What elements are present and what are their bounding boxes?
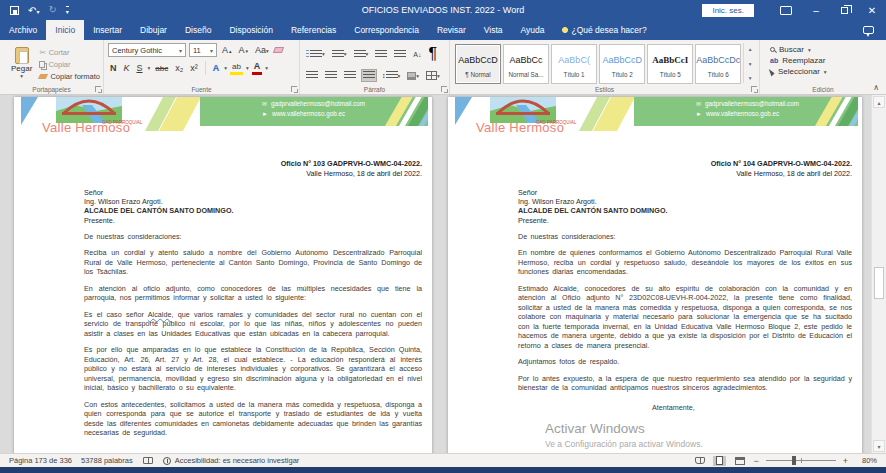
addressee-line[interactable]: ALCALDE DEL CANTÓN SANTO DOMINGO. — [84, 206, 432, 215]
zoom-in-button[interactable]: + — [843, 456, 848, 466]
oficio-heading[interactable]: Oficio N° 104 GADPRVH-O-WMC-04-2022. Val… — [448, 159, 862, 178]
proofing-icon[interactable] — [143, 457, 153, 464]
customize-qat-icon[interactable]: ▾ — [66, 6, 69, 15]
scrollbar-thumb[interactable] — [874, 267, 884, 299]
align-center-button[interactable] — [323, 69, 339, 82]
superscript-button[interactable]: x² — [188, 62, 200, 74]
gallery-more-icon[interactable]: ▾ — [749, 75, 752, 81]
paragraph-text[interactable]: Es el caso señor — [84, 310, 148, 319]
document-page-2[interactable]: Valle Hermoso GAD PARROQUIAL ✉gadprvalle… — [448, 97, 862, 453]
style-titulo-6[interactable]: AaBbCcDcTítulo 6 — [695, 44, 741, 84]
close-button[interactable]: ✕ — [858, 0, 886, 20]
zoom-slider[interactable] — [766, 460, 836, 461]
logo[interactable]: Valle Hermoso GAD PARROQUIAL — [42, 97, 152, 137]
dialog-launcher-icon[interactable] — [291, 86, 297, 92]
tab-archivo[interactable]: Archivo — [0, 20, 46, 40]
addressee-block[interactable]: Señor Ing. Wilson Erazo Argoti. ALCALDE … — [448, 188, 862, 225]
accessibility-status[interactable]: Accesibilidad: es necesario investigar — [175, 456, 300, 465]
addressee-block[interactable]: Señor Ing. Wilson Erazo Argoti. ALCALDE … — [14, 188, 432, 225]
subscript-button[interactable]: x₂ — [173, 62, 185, 74]
tab-dibujar[interactable]: Dibujar — [131, 20, 176, 40]
ribbon-display-options-icon[interactable] — [780, 6, 792, 15]
scroll-down-button[interactable]: ▾ — [873, 440, 885, 452]
undo-button[interactable]: ↶▾ — [28, 5, 39, 16]
chevron-down-icon[interactable]: ▾ — [224, 65, 227, 71]
comments-icon[interactable] — [863, 26, 874, 34]
addressee-line[interactable]: ALCALDE DEL CANTÓN SANTO DOMINGO. — [518, 206, 862, 215]
style-titulo-5[interactable]: AaBbCcITítulo 5 — [647, 44, 693, 84]
addressee-line[interactable]: Presente. — [518, 216, 862, 225]
decrease-indent-button[interactable] — [373, 48, 389, 61]
align-right-button[interactable] — [342, 69, 358, 82]
save-icon[interactable] — [10, 6, 19, 15]
closing-line[interactable]: Atentamente, — [448, 403, 862, 412]
paste-button[interactable]: Pegar ▾ — [4, 43, 39, 83]
tab-insertar[interactable]: Insertar — [84, 20, 131, 40]
tell-me-box[interactable]: ¿Qué desea hacer? — [554, 20, 655, 40]
underline-button[interactable]: S — [135, 62, 145, 74]
spellcheck-word[interactable]: Alcalde — [148, 310, 172, 319]
oficio-number[interactable]: Oficio N° 104 GADPRVH-O-WMC-04-2022. — [448, 159, 852, 169]
paragraph[interactable]: Adjuntamos fotos de respaldo. — [448, 357, 862, 367]
cut-button[interactable]: ✂Cortar — [39, 48, 100, 57]
chevron-down-icon[interactable]: ▾ — [148, 65, 151, 71]
oficio-heading[interactable]: Oficio N° 103 GADPRVH-O-WMC-04-2022. Val… — [14, 159, 432, 178]
tab-disposicion[interactable]: Disposición — [220, 20, 281, 40]
font-name-combobox[interactable]: Century Gothic▾ — [108, 43, 186, 57]
scroll-up-icon[interactable]: ▴ — [749, 46, 752, 52]
paragraph[interactable]: En nombre de quienes conformamos el Gobi… — [448, 248, 862, 277]
addressee-line[interactable]: Presente. — [84, 216, 432, 225]
justify-button[interactable] — [361, 69, 377, 82]
addressee-line[interactable]: Señor — [518, 188, 862, 197]
document-canvas[interactable]: Valle Hermoso GAD PARROQUIAL ✉gadprvalle… — [0, 95, 886, 453]
document-page-1[interactable]: Valle Hermoso GAD PARROQUIAL ✉gadprvalle… — [14, 97, 432, 453]
clear-formatting-icon[interactable] — [273, 47, 284, 53]
bullet-list-button[interactable]: ▾ — [304, 48, 327, 61]
select-button[interactable]: Seleccionar▾ — [770, 67, 883, 76]
paragraph[interactable]: En atención al oficio adjunto, como cono… — [14, 284, 432, 303]
style-titulo-2[interactable]: AaBbCcDTítulo 2 — [599, 44, 645, 84]
minimize-button[interactable]: – — [802, 0, 830, 20]
replace-button[interactable]: abReemplazar — [770, 56, 883, 65]
addressee-line[interactable]: Ing. Wilson Erazo Argoti. — [518, 197, 862, 206]
page-indicator[interactable]: Página 173 de 336 — [9, 456, 72, 465]
web-layout-button[interactable] — [733, 456, 746, 466]
oficio-date[interactable]: Valle Hermoso, 18 de abril del 2022. — [14, 169, 422, 179]
restore-button[interactable] — [830, 0, 858, 20]
tab-correspondencia[interactable]: Correspondencia — [345, 20, 428, 40]
paragraph[interactable]: Con estos antecedentes, solicitamos a us… — [14, 400, 432, 438]
letterhead[interactable]: Valle Hermoso GAD PARROQUIAL ✉gadprvalle… — [14, 97, 432, 137]
addressee-line[interactable]: Señor — [84, 188, 432, 197]
tab-vista[interactable]: Vista — [475, 20, 512, 40]
bold-button[interactable]: N — [108, 62, 119, 74]
paragraph[interactable]: Estimado Alcalde, conocedores de su alto… — [448, 284, 862, 351]
zoom-slider-thumb[interactable] — [792, 456, 796, 465]
zoom-percentage[interactable]: 80% — [855, 456, 877, 465]
addressee-line[interactable]: Ing. Wilson Erazo Argoti. — [84, 197, 432, 206]
dialog-launcher-icon[interactable] — [751, 86, 757, 92]
sort-button[interactable]: A↓ — [411, 49, 423, 60]
numbered-list-button[interactable]: ▾ — [330, 48, 349, 61]
chevron-down-icon[interactable]: ▾ — [246, 65, 249, 71]
style-normal-sa[interactable]: AaBbCcNormal Sa... — [503, 44, 549, 84]
tab-inicio[interactable]: Inicio — [46, 20, 84, 40]
shrink-font-button[interactable]: A▾ — [237, 44, 251, 56]
tab-revisar[interactable]: Revisar — [428, 20, 475, 40]
paragraph[interactable]: Es el caso señor Alcalde, que varios ram… — [14, 310, 432, 339]
strikethrough-button[interactable]: abc — [153, 63, 170, 74]
format-painter-button[interactable]: Copiar formato — [39, 72, 100, 81]
line-spacing-button[interactable]: ↕▾ — [380, 69, 402, 82]
tab-diseno[interactable]: Diseño — [176, 20, 220, 40]
text-effects-button[interactable]: A — [211, 62, 222, 74]
text-highlight-button[interactable]: ab — [230, 62, 243, 75]
borders-button[interactable]: ▾ — [424, 69, 442, 82]
font-size-combobox[interactable]: 11▾ — [189, 43, 217, 57]
chevron-down-icon[interactable]: ▾ — [265, 65, 268, 71]
grow-font-button[interactable]: A▴ — [220, 44, 234, 56]
italic-button[interactable]: K — [122, 62, 132, 74]
multilevel-list-button[interactable]: ▾ — [352, 48, 371, 61]
paragraph[interactable]: De nuestras consideraciones: — [14, 232, 432, 242]
font-color-button[interactable]: A — [252, 61, 263, 75]
style-titulo-1[interactable]: AaBbC(Título 1 — [551, 44, 597, 84]
tab-ayuda[interactable]: Ayuda — [512, 20, 554, 40]
